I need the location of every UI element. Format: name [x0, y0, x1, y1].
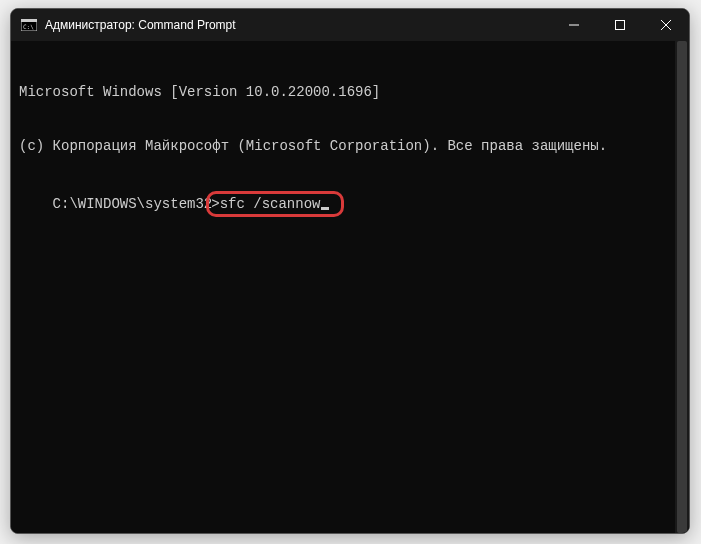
- command-prompt-window: C:\ Администратор: Command Prompt Micros…: [10, 8, 690, 534]
- titlebar[interactable]: C:\ Администратор: Command Prompt: [11, 9, 689, 41]
- typed-command: sfc /scannow: [220, 196, 321, 212]
- prompt-path: C:\WINDOWS\system32: [53, 195, 213, 213]
- scrollbar-thumb[interactable]: [677, 41, 687, 533]
- terminal-area[interactable]: Microsoft Windows [Version 10.0.22000.16…: [11, 41, 689, 533]
- window-title: Администратор: Command Prompt: [45, 18, 236, 32]
- prompt-line: C:\WINDOWS\system32>sfc /scannow: [53, 191, 345, 217]
- close-button[interactable]: [643, 9, 689, 41]
- command-highlight: >sfc /scannow: [206, 191, 344, 217]
- cursor-icon: [321, 207, 329, 210]
- prompt-char: >: [211, 196, 219, 212]
- vertical-scrollbar[interactable]: [675, 41, 689, 533]
- svg-text:C:\: C:\: [23, 23, 34, 30]
- minimize-button[interactable]: [551, 9, 597, 41]
- maximize-button[interactable]: [597, 9, 643, 41]
- svg-rect-4: [616, 21, 625, 30]
- terminal-line: Microsoft Windows [Version 10.0.22000.16…: [19, 83, 681, 101]
- svg-rect-1: [21, 19, 37, 22]
- app-icon: C:\: [21, 18, 37, 32]
- window-controls: [551, 9, 689, 41]
- terminal-line: (c) Корпорация Майкрософт (Microsoft Cor…: [19, 137, 681, 155]
